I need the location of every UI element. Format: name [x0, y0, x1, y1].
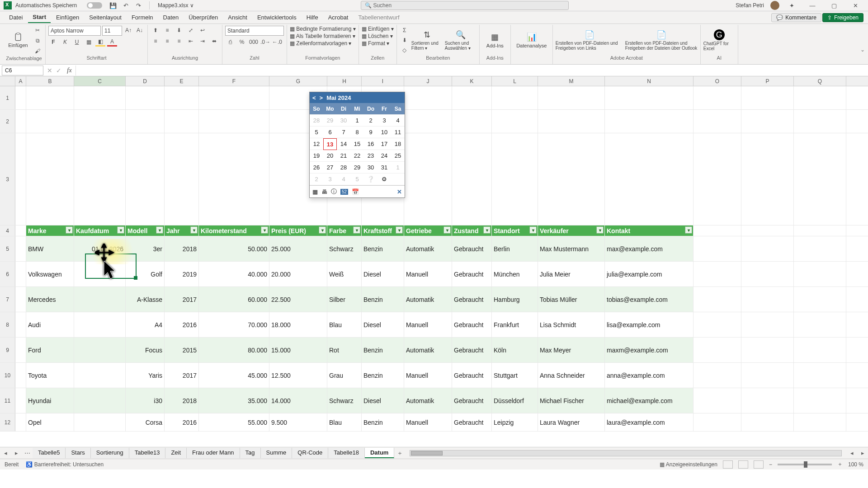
row-header-4[interactable]: 4	[0, 225, 15, 236]
cell[interactable]: Berlin	[492, 236, 538, 261]
calendar-day[interactable]: 30	[364, 162, 377, 174]
cell[interactable]	[794, 388, 846, 413]
cell[interactable]	[794, 287, 846, 312]
cell[interactable]: Gebraucht	[452, 413, 492, 431]
cell[interactable]	[165, 86, 199, 109]
cell[interactable]: München	[492, 262, 538, 286]
cell[interactable]: Leipzig	[492, 413, 538, 431]
calendar-day[interactable]: 15	[350, 138, 364, 150]
cell[interactable]: Ford	[26, 338, 74, 362]
enter-formula-icon[interactable]: ✓	[56, 67, 61, 74]
cell[interactable]	[741, 86, 794, 109]
calendar-day[interactable]: 6	[323, 127, 337, 138]
cell[interactable]: 80.000	[199, 338, 269, 362]
column-header-B[interactable]: B	[26, 76, 74, 86]
cell[interactable]: Automatik	[404, 236, 452, 261]
cell[interactable]: Silber	[327, 287, 362, 312]
display-settings-button[interactable]: ▦ Anzeigeeinstellungen	[660, 461, 717, 468]
cell[interactable]: Max Meyer	[538, 338, 605, 362]
cell[interactable]	[74, 413, 126, 431]
cell[interactable]: michael@example.com	[605, 388, 693, 413]
cell[interactable]: Gebraucht	[452, 236, 492, 261]
cell[interactable]	[26, 110, 74, 133]
filter-dropdown-icon[interactable]: ▾	[66, 226, 73, 234]
cell[interactable]: Gebraucht	[452, 388, 492, 413]
calendar-day[interactable]: 13	[323, 138, 337, 150]
cell[interactable]: 20.000	[269, 262, 327, 286]
fill-icon[interactable]: ⬇	[400, 36, 410, 45]
cell[interactable]: max@example.com	[605, 236, 693, 261]
calendar-day[interactable]: 21	[337, 150, 350, 162]
cell[interactable]	[404, 110, 452, 133]
calendar-info-icon[interactable]: ⓘ	[331, 188, 337, 196]
comma-icon[interactable]: 000	[249, 38, 259, 47]
number-format-combo[interactable]: Standard	[225, 26, 284, 36]
cell[interactable]: Focus	[126, 338, 165, 362]
calendar-today-icon[interactable]: 📅	[352, 188, 359, 195]
cell[interactable]	[165, 110, 199, 133]
calendar-day[interactable]: ❔	[364, 174, 377, 185]
comments-button[interactable]: 💬 Kommentare	[771, 13, 821, 22]
addins-button[interactable]: ▦Add-Ins	[482, 26, 508, 55]
calendar-tool-icon[interactable]: ▦	[312, 188, 318, 195]
cell[interactable]	[26, 86, 74, 109]
cell[interactable]: 12.500	[269, 363, 327, 388]
calendar-day[interactable]: 22	[350, 150, 364, 162]
cell[interactable]: Stuttgart	[492, 363, 538, 388]
cell[interactable]	[165, 133, 199, 225]
cell[interactable]: Diesel	[362, 312, 404, 337]
cell[interactable]: 60.000	[199, 287, 269, 312]
cell[interactable]: 2017	[165, 363, 199, 388]
cell[interactable]: 9.500	[269, 413, 327, 431]
calendar-day[interactable]: 23	[364, 150, 377, 162]
calendar-day[interactable]: ⚙	[377, 174, 391, 185]
calendar-day[interactable]: 30	[337, 115, 350, 127]
sheet-nav-prev-icon[interactable]: ◂	[0, 450, 11, 456]
cell[interactable]: Gebraucht	[452, 287, 492, 312]
row-header-5[interactable]: 5	[0, 236, 15, 261]
cell[interactable]	[74, 262, 126, 286]
cell[interactable]: Benzin	[362, 413, 404, 431]
cell[interactable]: Max Mustermann	[538, 236, 605, 261]
formula-input[interactable]	[75, 66, 868, 75]
cell[interactable]: Manuell	[404, 363, 452, 388]
column-header-G[interactable]: G	[269, 76, 327, 86]
cell[interactable]	[741, 363, 794, 388]
cell[interactable]: lisa@example.com	[605, 312, 693, 337]
cell[interactable]: Michael Fischer	[538, 388, 605, 413]
align-top-icon[interactable]: ⬆	[151, 26, 160, 35]
cell[interactable]	[199, 133, 269, 225]
find-select-button[interactable]: 🔍 Suchen und Auswählen ▾	[445, 26, 476, 55]
cell[interactable]: 2019	[165, 262, 199, 286]
calendar-day[interactable]: 16	[364, 138, 377, 150]
calendar-day[interactable]: 3	[323, 174, 337, 185]
cell[interactable]	[538, 86, 605, 109]
calendar-day[interactable]: 18	[391, 138, 405, 150]
cell[interactable]: Frankfurt	[492, 312, 538, 337]
sheet-tab-zeit[interactable]: Zeit	[165, 448, 187, 458]
cell[interactable]	[538, 110, 605, 133]
cell[interactable]	[693, 262, 741, 286]
align-right-icon[interactable]: ≡	[174, 37, 184, 46]
calendar-day[interactable]: 2	[310, 174, 323, 185]
cell[interactable]	[15, 287, 26, 312]
cell[interactable]	[74, 86, 126, 109]
cell[interactable]: 55.000	[199, 413, 269, 431]
conditional-formatting-button[interactable]: ▦ Bedingte Formatierung ▾	[290, 26, 356, 32]
cell[interactable]: Kraftstoff▾	[362, 225, 404, 236]
calendar-day[interactable]: 24	[377, 150, 391, 162]
next-month-icon[interactable]: >	[320, 94, 323, 101]
column-header-N[interactable]: N	[605, 76, 693, 86]
cell[interactable]	[126, 133, 165, 225]
calendar-day[interactable]: 4	[337, 174, 350, 185]
format-painter-icon[interactable]: 🖌	[33, 47, 42, 56]
cell[interactable]	[794, 236, 846, 261]
redo-icon[interactable]: ↷	[134, 1, 142, 9]
cell[interactable]: A4	[126, 312, 165, 337]
cell[interactable]	[693, 363, 741, 388]
clear-icon[interactable]: ◇	[400, 46, 410, 55]
currency-icon[interactable]: ⎙	[225, 38, 235, 47]
cell[interactable]	[693, 312, 741, 337]
tab-tabellenentwurf[interactable]: Tabellenentwurf	[354, 12, 404, 23]
page-layout-view-icon[interactable]	[738, 460, 748, 469]
